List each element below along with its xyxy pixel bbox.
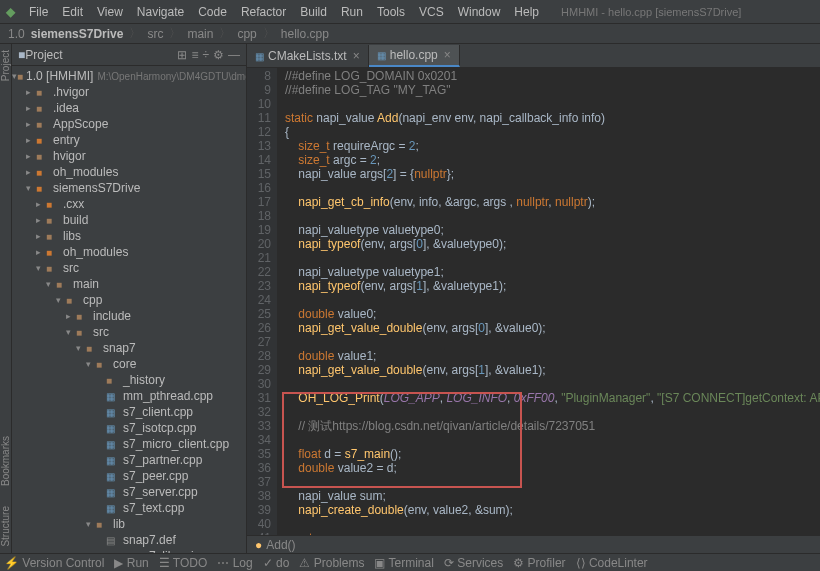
tree-arrow-icon[interactable]: ▸ bbox=[26, 167, 36, 177]
menu-code[interactable]: Code bbox=[192, 3, 233, 21]
tree-arrow-icon[interactable]: ▾ bbox=[76, 343, 86, 353]
tree-arrow-icon[interactable]: ▸ bbox=[36, 199, 46, 209]
menu-file[interactable]: File bbox=[23, 3, 54, 21]
tree-arrow-icon[interactable]: ▸ bbox=[26, 135, 36, 145]
tree-node[interactable]: ▸ ■ hvigor bbox=[12, 148, 246, 164]
tree-node-label: hvigor bbox=[53, 149, 86, 163]
sidebar-tool-icon[interactable]: ⊞ bbox=[177, 48, 187, 62]
footer-item[interactable]: ▣ Terminal bbox=[374, 556, 433, 570]
breadcrumb-part[interactable]: cpp bbox=[237, 27, 256, 41]
tree-node[interactable]: ▸ ■ .idea bbox=[12, 100, 246, 116]
tree-node[interactable]: ▦ mm_pthread.cpp bbox=[12, 388, 246, 404]
footer-item[interactable]: ⚡ Version Control bbox=[4, 556, 104, 570]
editor-tab[interactable]: ▦ CMakeLists.txt × bbox=[247, 45, 369, 67]
sidebar-tool-icon[interactable]: ≡ bbox=[191, 48, 198, 62]
file-c-icon: ▦ bbox=[106, 487, 120, 498]
tree-node[interactable]: ▾ ■ siemensS7Drive bbox=[12, 180, 246, 196]
tree-arrow-icon[interactable]: ▸ bbox=[26, 103, 36, 113]
tree-node[interactable]: ▸ ■ entry bbox=[12, 132, 246, 148]
tree-node[interactable]: ▾ ■ src bbox=[12, 324, 246, 340]
tree-node[interactable]: ▸ ■ libs bbox=[12, 228, 246, 244]
tree-node[interactable]: ▸ ■ oh_modules bbox=[12, 244, 246, 260]
footer-item[interactable]: ⋯ Log bbox=[217, 556, 252, 570]
menu-build[interactable]: Build bbox=[294, 3, 333, 21]
tree-arrow-icon[interactable]: ▸ bbox=[26, 151, 36, 161]
tree-node[interactable]: ▸ ■ include bbox=[12, 308, 246, 324]
menu-help[interactable]: Help bbox=[508, 3, 545, 21]
tree-node[interactable]: ▦ s7_text.cpp bbox=[12, 500, 246, 516]
editor-tab[interactable]: ▦ hello.cpp × bbox=[369, 45, 460, 67]
tree-arrow-icon[interactable]: ▾ bbox=[26, 183, 36, 193]
footer-item[interactable]: ⟳ Services bbox=[444, 556, 503, 570]
tree-node[interactable]: ▾ ■ src bbox=[12, 260, 246, 276]
close-icon[interactable]: × bbox=[444, 48, 451, 62]
tree-node[interactable]: ▦ s7_server.cpp bbox=[12, 484, 246, 500]
tree-arrow-icon[interactable]: ▾ bbox=[46, 279, 56, 289]
menu-navigate[interactable]: Navigate bbox=[131, 3, 190, 21]
tree-node[interactable]: ▦ s7_isotcp.cpp bbox=[12, 420, 246, 436]
folder-icon: ■ bbox=[96, 359, 110, 370]
tree-node[interactable]: ▸ ■ .hvigor bbox=[12, 84, 246, 100]
tree-node[interactable]: ▸ ■ AppScope bbox=[12, 116, 246, 132]
footer-item[interactable]: ⟨⟩ CodeLinter bbox=[576, 556, 648, 570]
tree-arrow-icon[interactable]: ▾ bbox=[66, 327, 76, 337]
tree-arrow-icon[interactable]: ▾ bbox=[86, 519, 96, 529]
rail-bookmarks[interactable]: Bookmarks bbox=[0, 436, 11, 486]
rail-project[interactable]: Project bbox=[0, 50, 11, 81]
tree-node[interactable]: ▦ s7_peer.cpp bbox=[12, 468, 246, 484]
tree-arrow-icon[interactable]: ▸ bbox=[66, 311, 76, 321]
breadcrumb-project[interactable]: siemensS7Drive bbox=[31, 27, 124, 41]
tree-node[interactable]: ▾ ■ snap7 bbox=[12, 340, 246, 356]
folder-icon: ■ bbox=[36, 151, 50, 162]
tree-arrow-icon[interactable]: ▸ bbox=[36, 231, 46, 241]
tree-node[interactable]: ▾ ■ main bbox=[12, 276, 246, 292]
menu-view[interactable]: View bbox=[91, 3, 129, 21]
tree-arrow-icon[interactable]: ▸ bbox=[36, 215, 46, 225]
breadcrumb-part[interactable]: hello.cpp bbox=[281, 27, 329, 41]
tree-arrow-icon[interactable]: ▾ bbox=[36, 263, 46, 273]
footer-item[interactable]: ⚠ Problems bbox=[299, 556, 364, 570]
tree-node[interactable]: ▤ snap7.def bbox=[12, 532, 246, 548]
sidebar-title[interactable]: Project bbox=[25, 48, 173, 62]
tree-node[interactable]: ▾ ■ 1.0 [HMHMI] M:\OpenHarmony\DM4GDTU\d… bbox=[12, 68, 246, 84]
menu-vcs[interactable]: VCS bbox=[413, 3, 450, 21]
tab-label: hello.cpp bbox=[390, 48, 438, 62]
footer-item[interactable]: ☰ TODO bbox=[159, 556, 208, 570]
close-icon[interactable]: × bbox=[353, 49, 360, 63]
breadcrumb-part[interactable]: src bbox=[147, 27, 163, 41]
breadcrumb-part[interactable]: main bbox=[187, 27, 213, 41]
tree-arrow-icon[interactable]: ▸ bbox=[26, 87, 36, 97]
tree-node[interactable]: ▦ s7_micro_client.cpp bbox=[12, 436, 246, 452]
tree-node[interactable]: ▾ ■ lib bbox=[12, 516, 246, 532]
tree-arrow-icon[interactable]: ▸ bbox=[26, 119, 36, 129]
tree-node[interactable]: ▾ ■ cpp bbox=[12, 292, 246, 308]
tree-node[interactable]: ▸ ■ oh_modules bbox=[12, 164, 246, 180]
rail-structure[interactable]: Structure bbox=[0, 506, 11, 547]
menu-window[interactable]: Window bbox=[452, 3, 507, 21]
sidebar-tool-icon[interactable]: ÷ bbox=[202, 48, 209, 62]
footer-item[interactable]: ✓ do bbox=[263, 556, 290, 570]
menu-edit[interactable]: Edit bbox=[56, 3, 89, 21]
folder-open-icon: ■ bbox=[17, 71, 23, 82]
footer-item[interactable]: ▶ Run bbox=[114, 556, 148, 570]
menu-run[interactable]: Run bbox=[335, 3, 369, 21]
tree-arrow-icon[interactable]: ▾ bbox=[56, 295, 66, 305]
tree-node[interactable]: ▾ ■ core bbox=[12, 356, 246, 372]
tree-arrow-icon[interactable]: ▾ bbox=[86, 359, 96, 369]
project-tree[interactable]: ▾ ■ 1.0 [HMHMI] M:\OpenHarmony\DM4GDTU\d… bbox=[12, 66, 246, 553]
tree-node[interactable]: ■ _history bbox=[12, 372, 246, 388]
code-editor[interactable]: 8910111213141516171819202122232425262728… bbox=[247, 68, 820, 535]
code-content[interactable]: //#define LOG_DOMAIN 0x0201//#define LOG… bbox=[277, 68, 820, 535]
tree-node[interactable]: ▸ ■ build bbox=[12, 212, 246, 228]
tree-node-label: s7_isotcp.cpp bbox=[123, 421, 196, 435]
tree-arrow-icon[interactable]: ▸ bbox=[36, 247, 46, 257]
sidebar-tool-icon[interactable]: ⚙ bbox=[213, 48, 224, 62]
menu-tools[interactable]: Tools bbox=[371, 3, 411, 21]
menu-refactor[interactable]: Refactor bbox=[235, 3, 292, 21]
tree-node[interactable]: ▦ s7_partner.cpp bbox=[12, 452, 246, 468]
footer-item[interactable]: ⚙ Profiler bbox=[513, 556, 565, 570]
tree-node[interactable]: ▦ s7_client.cpp bbox=[12, 404, 246, 420]
tree-node[interactable]: ▸ ■ .cxx bbox=[12, 196, 246, 212]
folder-icon: ■ bbox=[106, 375, 120, 386]
sidebar-tool-icon[interactable]: — bbox=[228, 48, 240, 62]
